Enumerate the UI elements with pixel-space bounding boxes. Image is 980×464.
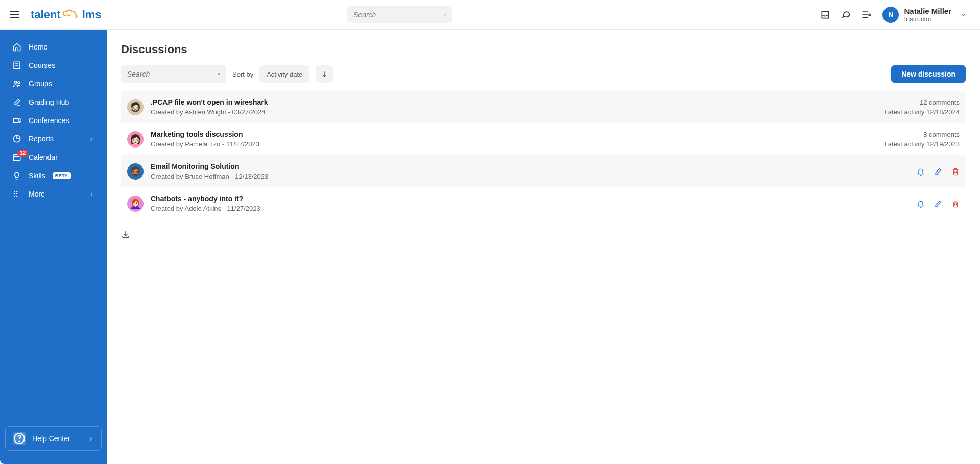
- sort-label: Sort by: [232, 70, 253, 78]
- avatar: 🧔🏽: [127, 163, 144, 180]
- edit-icon[interactable]: [934, 200, 942, 208]
- svg-point-3: [444, 14, 445, 15]
- logo-text-2: lms: [82, 8, 102, 21]
- avatar: 🧔🏻: [127, 99, 144, 115]
- chevron-right-icon: [88, 136, 94, 142]
- hamburger-icon[interactable]: [8, 9, 20, 21]
- discussion-subtitle: Created by Bruce Hoffman - 12/13/2023: [151, 173, 917, 180]
- user-role: Instructor: [904, 15, 951, 23]
- avatar: 👩🏻‍🦰: [127, 196, 144, 212]
- home-icon: [12, 42, 21, 52]
- cloud-icon: [62, 8, 79, 22]
- svg-point-20: [16, 193, 17, 194]
- discussions-icon[interactable]: [841, 10, 851, 20]
- sidebar-item-home[interactable]: Home: [0, 38, 107, 56]
- user-menu[interactable]: N Natalie Miller Instructor: [877, 4, 972, 26]
- discussion-subtitle: Created by Ashten Wright - 03/27/2024: [151, 108, 885, 116]
- sidebar-item-skills[interactable]: Skills BETA: [0, 166, 107, 185]
- trash-icon[interactable]: [951, 200, 960, 208]
- help-center-label: Help Center: [32, 434, 70, 443]
- sidebar-item-more[interactable]: More: [0, 185, 107, 203]
- discussion-row[interactable]: 👩🏻‍🦰Chatbots - anybody into it?Created b…: [121, 187, 966, 219]
- main-content: Discussions Sort by Activity date: [107, 30, 980, 464]
- inbox-icon[interactable]: [820, 10, 830, 20]
- discussion-title: Email Monitoring Solution: [151, 162, 917, 170]
- sidebar-item-label: Skills: [29, 172, 45, 180]
- discussion-list: 🧔🏻.PCAP file won't open in wiresharkCrea…: [121, 91, 966, 219]
- edit-icon: [12, 97, 21, 107]
- discussion-title: Marketing tools discussion: [151, 130, 885, 138]
- discussion-row[interactable]: 🧔🏽Email Monitoring SolutionCreated by Br…: [121, 155, 966, 187]
- bulb-icon: [12, 171, 21, 180]
- sidebar-item-label: Calendar: [29, 153, 58, 161]
- discussion-search: [121, 65, 226, 83]
- sidebar-item-label: Courses: [29, 61, 55, 69]
- svg-point-21: [14, 196, 15, 197]
- svg-point-5: [869, 14, 870, 15]
- sidebar-item-reports[interactable]: Reports: [0, 130, 107, 148]
- avatar: 👩🏻: [127, 131, 144, 148]
- svg-point-10: [18, 82, 20, 84]
- help-icon: [13, 432, 26, 445]
- comments-count: 12 comments: [885, 99, 960, 106]
- discussion-search-input[interactable]: [127, 70, 218, 78]
- bell-icon[interactable]: [917, 200, 925, 208]
- sidebar-item-conferences[interactable]: Conferences: [0, 111, 107, 130]
- discussion-row[interactable]: 👩🏻Marketing tools discussionCreated by P…: [121, 123, 966, 155]
- sidebar-item-label: Conferences: [29, 116, 69, 125]
- download-icon[interactable]: [121, 230, 130, 239]
- user-avatar-initial: N: [882, 7, 899, 23]
- page-title: Discussions: [121, 43, 966, 56]
- svg-line-26: [219, 75, 220, 75]
- chevron-right-icon: [88, 191, 94, 197]
- sidebar-item-groups[interactable]: Groups: [0, 75, 107, 93]
- sidebar-item-label: Home: [29, 43, 47, 51]
- edit-icon[interactable]: [934, 167, 942, 176]
- sidebar-item-courses[interactable]: Courses: [0, 56, 107, 75]
- calendar-badge: 12: [17, 150, 28, 157]
- sort-select[interactable]: Activity date: [259, 65, 309, 83]
- sidebar-item-label: Reports: [29, 135, 54, 143]
- sidebar-item-calendar[interactable]: 12 Calendar: [0, 148, 107, 166]
- latest-activity: Latest activity 12/18/2024: [885, 108, 960, 116]
- search-icon[interactable]: [218, 69, 220, 79]
- bell-icon[interactable]: [917, 167, 925, 176]
- discussion-actions: [917, 200, 960, 208]
- comments-count: 8 comments: [885, 131, 960, 138]
- svg-point-22: [16, 196, 17, 197]
- app-logo[interactable]: talent lms: [31, 8, 102, 22]
- sidebar-item-label: Grading Hub: [29, 98, 69, 106]
- arrow-down-icon: [321, 70, 328, 78]
- sidebar: Home Courses Groups Grading Hub Conferen…: [0, 30, 107, 464]
- help-center-button[interactable]: Help Center: [5, 426, 102, 451]
- header-icons: [820, 10, 871, 20]
- discussion-actions: [917, 167, 960, 176]
- pie-icon: [12, 134, 21, 143]
- book-icon: [12, 61, 21, 70]
- svg-rect-11: [13, 118, 18, 123]
- sidebar-item-label: Groups: [29, 80, 52, 88]
- toolbar: Sort by Activity date New discussion: [121, 65, 966, 83]
- logo-text-1: talent: [31, 8, 61, 21]
- svg-point-24: [19, 441, 20, 442]
- sidebar-item-grading[interactable]: Grading Hub: [0, 93, 107, 111]
- settings-stack-icon[interactable]: [861, 10, 871, 20]
- global-search-input[interactable]: [353, 11, 444, 19]
- new-discussion-button[interactable]: New discussion: [891, 65, 966, 83]
- discussion-subtitle: Created by Adele Atkins - 11/27/2023: [151, 205, 917, 212]
- grid-icon: [12, 189, 21, 199]
- trash-icon[interactable]: [951, 167, 960, 176]
- user-name: Natalie Miller: [904, 7, 951, 15]
- svg-point-19: [14, 193, 15, 194]
- discussion-title: .PCAP file won't open in wireshark: [151, 98, 885, 106]
- beta-badge: BETA: [53, 172, 71, 179]
- sort-direction-button[interactable]: [316, 65, 333, 83]
- discussion-title: Chatbots - anybody into it?: [151, 194, 917, 203]
- global-search: [347, 6, 452, 23]
- svg-line-4: [445, 15, 446, 15]
- svg-point-9: [15, 81, 17, 84]
- search-icon[interactable]: [444, 10, 446, 19]
- sidebar-item-label: More: [29, 190, 45, 198]
- chevron-down-icon: [960, 11, 967, 18]
- discussion-row[interactable]: 🧔🏻.PCAP file won't open in wiresharkCrea…: [121, 91, 966, 123]
